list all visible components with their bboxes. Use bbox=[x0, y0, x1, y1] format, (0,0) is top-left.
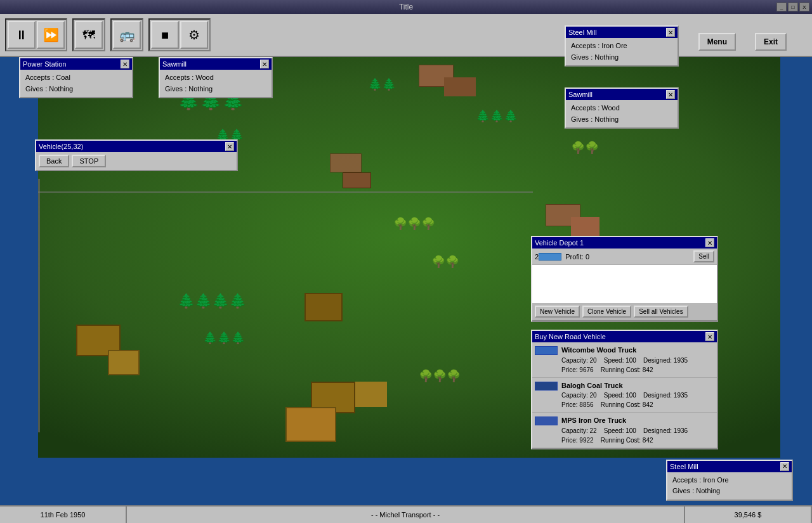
back-button[interactable]: Back bbox=[39, 155, 69, 167]
tree-cluster-3: 🌳🌳🌳 bbox=[393, 217, 435, 231]
menu-button[interactable]: Menu bbox=[698, 33, 736, 51]
steel-mill-tr-content: Accepts : Iron Ore Gives : Nothing bbox=[566, 38, 678, 65]
map-controls: 🗺 bbox=[72, 18, 105, 51]
vehicle-item-1[interactable]: Balogh Coal Truck Capacity: 20 Speed: 10… bbox=[532, 378, 717, 413]
sawmill-tl-title-bar: Sawmill ✕ bbox=[160, 58, 272, 70]
lumber-pile-6 bbox=[571, 217, 599, 236]
steel-mill-br-gives: Gives : Nothing bbox=[672, 486, 787, 497]
vehicle-name-0: Witcombe Wood Truck bbox=[561, 345, 688, 356]
close-button[interactable]: X bbox=[799, 3, 809, 11]
fast-forward-button[interactable]: ⏩ bbox=[37, 21, 65, 49]
depot-vehicle-icon bbox=[539, 253, 561, 261]
vehicle-panel-title: Vehicle(25,32) bbox=[39, 143, 83, 150]
sawmill-panel-top-left: Sawmill ✕ Accepts : Wood Gives : Nothing bbox=[159, 57, 273, 98]
lumber-pile-2 bbox=[343, 172, 371, 188]
building-2 bbox=[108, 350, 140, 375]
sawmill-tr-title: Sawmill bbox=[568, 91, 593, 98]
vehicle-panel-title-bar: Vehicle(25,32) ✕ bbox=[36, 141, 237, 152]
vehicle-stats-2: Capacity: 22 Speed: 100 Designed: 1936 bbox=[561, 426, 688, 436]
power-station-panel: Power Station ✕ Accepts : Coal Gives : N… bbox=[19, 57, 133, 98]
water-right bbox=[780, 14, 812, 508]
sawmill-tr-close[interactable]: ✕ bbox=[666, 90, 675, 99]
title-bar-buttons: _ □ X bbox=[776, 3, 809, 11]
sell-button[interactable]: Sell bbox=[693, 250, 714, 262]
status-company: - - Michel Transport - - bbox=[127, 507, 685, 523]
power-station-close[interactable]: ✕ bbox=[121, 60, 129, 68]
build-controls: ■ ⚙ bbox=[148, 18, 211, 51]
minimize-button[interactable]: _ bbox=[776, 3, 787, 11]
building-5 bbox=[355, 382, 387, 407]
building-6 bbox=[285, 407, 336, 442]
steel-mill-br-content: Accepts : Iron Ore Gives : Nothing bbox=[667, 472, 792, 500]
vehicle-info-0: Witcombe Wood Truck Capacity: 20 Speed: … bbox=[561, 345, 688, 375]
road-horizontal bbox=[38, 191, 533, 193]
sawmill-tl-content: Accepts : Wood Gives : Nothing bbox=[160, 70, 272, 97]
status-date: 11th Feb 1950 bbox=[0, 507, 127, 523]
vehicle-panel-close[interactable]: ✕ bbox=[225, 142, 234, 151]
sell-all-button[interactable]: Sell all Vehicles bbox=[634, 306, 688, 318]
buy-vehicle-panel: Buy New Road Vehicle ✕ Witcombe Wood Tru… bbox=[531, 330, 718, 449]
vehicle-item-0[interactable]: Witcombe Wood Truck Capacity: 20 Speed: … bbox=[532, 342, 717, 378]
depot-vehicle-area bbox=[532, 265, 717, 303]
vehicle-depot-title: Vehicle Depot 1 bbox=[535, 239, 584, 247]
money-text: 39,546 $ bbox=[735, 511, 762, 519]
status-money: 39,546 $ bbox=[685, 507, 812, 523]
date-text: 11th Feb 1950 bbox=[41, 511, 86, 519]
vehicle-panel: Vehicle(25,32) ✕ Back STOP bbox=[35, 139, 238, 171]
lumber-pile-4 bbox=[444, 77, 476, 96]
settings-button[interactable]: ⚙ bbox=[180, 21, 208, 49]
vehicle-controls: 🚌 bbox=[110, 18, 143, 51]
depot-actions: New Vehicle Clone Vehicle Sell all Vehic… bbox=[532, 303, 717, 321]
vehicle-cost-0: Price: 9676 Running Cost: 842 bbox=[561, 365, 688, 375]
steel-mill-tr-close[interactable]: ✕ bbox=[666, 28, 675, 37]
power-station-content: Accepts : Coal Gives : Nothing bbox=[20, 70, 132, 97]
buy-vehicle-close[interactable]: ✕ bbox=[705, 332, 714, 341]
sawmill-tl-accepts: Accepts : Wood bbox=[165, 72, 266, 84]
road-vertical bbox=[38, 179, 40, 432]
clone-vehicle-button[interactable]: Clone Vehicle bbox=[582, 306, 631, 318]
vehicle-depot-close[interactable]: ✕ bbox=[705, 238, 714, 247]
vehicle-depot-panel: Vehicle Depot 1 ✕ 2 Profit: 0 Sell New V… bbox=[531, 236, 718, 322]
vehicle-stats-1: Capacity: 20 Speed: 100 Designed: 1935 bbox=[561, 391, 688, 400]
steel-mill-br-accepts: Accepts : Iron Ore bbox=[672, 475, 787, 486]
power-station-title: Power Station bbox=[23, 60, 66, 68]
steel-mill-br-close[interactable]: ✕ bbox=[780, 462, 789, 471]
sawmill-tl-title: Sawmill bbox=[162, 60, 187, 68]
map-button[interactable]: 🗺 bbox=[75, 21, 103, 49]
vehicle-cost-1: Price: 8856 Running Cost: 842 bbox=[561, 400, 688, 410]
vehicle-icon-2 bbox=[535, 416, 558, 425]
window-title: Title bbox=[399, 3, 413, 11]
power-station-gives: Gives : Nothing bbox=[25, 84, 127, 95]
vehicle-info-1: Balogh Coal Truck Capacity: 20 Speed: 10… bbox=[561, 380, 688, 410]
toolbar: ⏸ ⏩ 🗺 🚌 ■ ⚙ Menu Exit bbox=[0, 14, 812, 57]
playback-controls: ⏸ ⏩ bbox=[5, 18, 67, 51]
new-vehicle-button[interactable]: New Vehicle bbox=[535, 306, 580, 318]
exit-button[interactable]: Exit bbox=[755, 33, 787, 51]
stop-button[interactable]: STOP bbox=[72, 155, 106, 167]
sawmill-tr-gives: Gives : Nothing bbox=[571, 114, 672, 126]
tree-cluster-8: 🌳🌳🌳 bbox=[419, 369, 461, 383]
vehicle-info-2: MPS Iron Ore Truck Capacity: 22 Speed: 1… bbox=[561, 415, 688, 445]
status-bar: 11th Feb 1950 - - Michel Transport - - 3… bbox=[0, 505, 812, 523]
vehicle-item-2[interactable]: MPS Iron Ore Truck Capacity: 22 Speed: 1… bbox=[532, 413, 717, 448]
build-button[interactable]: ■ bbox=[151, 21, 179, 49]
steel-mill-br-title: Steel Mill bbox=[670, 463, 698, 470]
sawmill-tr-title-bar: Sawmill ✕ bbox=[566, 89, 678, 100]
tree-cluster-7: 🌳🌳 bbox=[571, 141, 599, 155]
sawmill-tl-close[interactable]: ✕ bbox=[260, 60, 269, 68]
depot-profit: Profit: 0 bbox=[565, 253, 693, 261]
tree-cluster-5: 🌲🌲🌲🌲 bbox=[178, 293, 246, 309]
vehicle-button[interactable]: 🚌 bbox=[113, 21, 141, 49]
vehicle-depot-title-bar: Vehicle Depot 1 ✕ bbox=[532, 237, 717, 249]
tree-cluster-6: 🌲🌲🌲 bbox=[203, 331, 245, 345]
sawmill-panel-top-right: Sawmill ✕ Accepts : Wood Gives : Nothing bbox=[565, 87, 679, 129]
vehicle-name-2: MPS Iron Ore Truck bbox=[561, 415, 688, 426]
steel-mill-tr-gives: Gives : Nothing bbox=[571, 52, 672, 63]
sawmill-tr-content: Accepts : Wood Gives : Nothing bbox=[566, 100, 678, 127]
sawmill-tr-accepts: Accepts : Wood bbox=[571, 103, 672, 114]
vehicle-icon-0 bbox=[535, 346, 558, 355]
maximize-button[interactable]: □ bbox=[788, 3, 798, 11]
steel-mill-tr-title-bar: Steel Mill ✕ bbox=[566, 27, 678, 38]
pause-button[interactable]: ⏸ bbox=[8, 21, 36, 49]
vehicle-name-1: Balogh Coal Truck bbox=[561, 380, 688, 391]
